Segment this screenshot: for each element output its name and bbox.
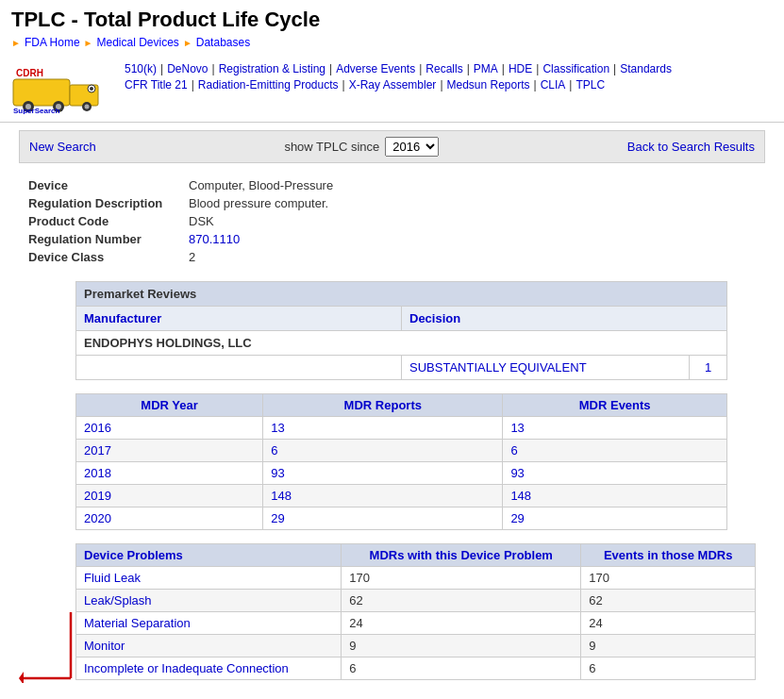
table-row: 2019 148 148 — [76, 485, 727, 508]
mdr-reports: 29 — [263, 508, 503, 530]
nav-cfr-title21[interactable]: CFR Title 21 — [125, 78, 188, 92]
regulation-number-link[interactable]: 870.1110 — [189, 232, 240, 246]
device-info: Device Computer, Blood-Pressure Regulati… — [19, 171, 765, 281]
nav-denovo[interactable]: DeNovo — [167, 62, 208, 75]
mdr-events: 148 — [503, 485, 727, 508]
premarket-decision-cell: SUBSTANTIALLY EQUIVALENT — [402, 356, 690, 380]
regulation-number-row: Regulation Number 870.1110 — [28, 232, 756, 246]
mdr-reports-link[interactable]: 13 — [271, 421, 284, 435]
mdr-col-year: MDR Year — [76, 394, 263, 417]
table-row: Monitor 9 9 — [76, 635, 756, 657]
breadcrumb-medical-devices[interactable]: Medical Devices — [97, 36, 179, 49]
table-row: Fluid Leak 170 170 — [76, 567, 756, 590]
mdr-reports-link[interactable]: 29 — [271, 511, 284, 525]
breadcrumb: ► FDA Home ► Medical Devices ► Databases — [11, 36, 773, 49]
mdr-events-link[interactable]: 93 — [510, 466, 524, 480]
dp-problem-link[interactable]: Incomplete or Inadequate Connection — [84, 661, 289, 675]
manufacturer-name: ENDOPHYS HOLDINGS, LLC — [76, 331, 727, 356]
premarket-empty-cell — [76, 356, 402, 380]
nav-tplc[interactable]: TPLC — [575, 78, 605, 92]
nav-adverse-events[interactable]: Adverse Events — [336, 62, 415, 75]
dp-mdr-count: 170 — [342, 567, 581, 590]
svg-text:CDRH: CDRH — [16, 68, 43, 78]
device-label: Device — [28, 178, 189, 192]
nav-row-1: 510(k) | DeNovo | Registration & Listing… — [125, 62, 773, 75]
mdr-year-link[interactable]: 2020 — [84, 511, 111, 525]
back-to-search-link[interactable]: Back to Search Results — [627, 140, 755, 154]
nav-clia[interactable]: CLIA — [541, 78, 566, 92]
mdr-events-link[interactable]: 6 — [510, 443, 517, 458]
mdr-col-reports: MDR Reports — [263, 394, 503, 417]
mdr-events: 6 — [503, 440, 727, 462]
product-code-value: DSK — [189, 214, 214, 228]
regulation-number-value: 870.1110 — [189, 232, 240, 246]
nav-recalls[interactable]: Recalls — [425, 62, 462, 75]
dp-problem: Incomplete or Inadequate Connection — [76, 657, 342, 680]
mdr-year-link[interactable]: 2017 — [84, 443, 111, 458]
mdr-year-link[interactable]: 2018 — [84, 466, 111, 480]
mdr-year-link[interactable]: 2016 — [84, 421, 111, 435]
regulation-desc-label: Regulation Description — [28, 196, 189, 210]
nav-medsun[interactable]: Medsun Reports — [447, 78, 530, 92]
nav-pma[interactable]: PMA — [474, 62, 498, 75]
device-problems-table: Device Problems MDRs with this Device Pr… — [75, 543, 756, 680]
device-row: Device Computer, Blood-Pressure — [28, 178, 756, 192]
new-search-link[interactable]: New Search — [29, 140, 96, 154]
table-row: 2016 13 13 — [76, 417, 727, 440]
premarket-decision-row: SUBSTANTIALLY EQUIVALENT 1 — [76, 356, 727, 380]
dp-problem: Monitor — [76, 635, 342, 657]
year-select[interactable]: 2016 2017 2018 2019 2020 — [385, 137, 439, 157]
nav-510k[interactable]: 510(k) — [125, 62, 157, 75]
nav-registration[interactable]: Registration & Listing — [219, 62, 325, 75]
mdr-events-link[interactable]: 29 — [510, 511, 524, 525]
table-row: 2017 6 6 — [76, 440, 727, 462]
mdr-reports-link[interactable]: 6 — [271, 443, 277, 458]
nav-standards[interactable]: Standards — [620, 62, 672, 75]
dp-mdr-count: 24 — [342, 612, 581, 635]
mdr-year: 2018 — [76, 462, 263, 485]
dp-problem: Material Separation — [76, 612, 342, 635]
page-title: TPLC - Total Product Life Cycle — [11, 8, 773, 32]
mdr-year: 2020 — [76, 508, 263, 530]
device-value: Computer, Blood-Pressure — [189, 178, 333, 192]
mdr-reports: 148 — [263, 485, 503, 508]
table-row: Leak/Splash 62 62 — [76, 590, 756, 612]
mdr-reports: 93 — [263, 462, 503, 485]
device-class-value: 2 — [189, 250, 195, 264]
mdr-events: 29 — [503, 508, 727, 530]
mdr-events-link[interactable]: 13 — [510, 421, 524, 435]
dp-mdr-count: 62 — [342, 590, 581, 612]
premarket-manufacturer-row: ENDOPHYS HOLDINGS, LLC — [76, 331, 727, 356]
breadcrumb-fda-home[interactable]: FDA Home — [25, 36, 80, 49]
dp-problem-link[interactable]: Fluid Leak — [84, 571, 141, 585]
dp-problem-link[interactable]: Monitor — [84, 639, 125, 653]
nav-links: 510(k) | DeNovo | Registration & Listing… — [106, 62, 773, 94]
mdr-year: 2017 — [76, 440, 263, 462]
mdr-reports: 13 — [263, 417, 503, 440]
mdr-year-link[interactable]: 2019 — [84, 489, 111, 503]
device-class-label: Device Class — [28, 250, 189, 264]
mdr-reports-link[interactable]: 93 — [271, 466, 284, 480]
premarket-decision-link[interactable]: SUBSTANTIALLY EQUIVALENT — [409, 360, 587, 374]
nav-xray[interactable]: X-Ray Assembler — [349, 78, 437, 92]
premarket-count: 1 — [690, 356, 727, 380]
device-problems-section: Device Problems MDRs with this Device Pr… — [75, 543, 756, 680]
dp-problem-link[interactable]: Material Separation — [84, 616, 191, 630]
svg-marker-14 — [19, 672, 24, 683]
breadcrumb-databases[interactable]: Databases — [196, 36, 250, 49]
table-row: 2018 93 93 — [76, 462, 727, 485]
mdr-col-events: MDR Events — [503, 394, 727, 417]
premarket-section: Premarket Reviews Manufacturer Decision … — [75, 281, 727, 380]
nav-hde[interactable]: HDE — [509, 62, 532, 75]
dp-col-problems: Device Problems — [76, 544, 342, 567]
dp-events-count: 62 — [581, 590, 756, 612]
nav-classification[interactable]: Classification — [542, 62, 609, 75]
device-class-row: Device Class 2 — [28, 250, 756, 264]
mdr-events-link[interactable]: 148 — [510, 489, 531, 503]
dp-problem-link[interactable]: Leak/Splash — [84, 593, 152, 607]
show-tplc-label: show TPLC since — [284, 140, 379, 154]
mdr-year: 2019 — [76, 485, 263, 508]
mdr-reports-link[interactable]: 148 — [271, 489, 292, 503]
nav-radiation[interactable]: Radiation-Emitting Products — [198, 78, 339, 92]
mdr-events: 13 — [503, 417, 727, 440]
